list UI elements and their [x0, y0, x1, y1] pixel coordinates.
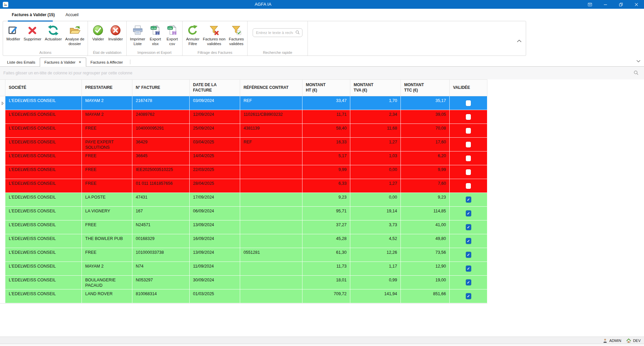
- table-row[interactable]: L'EDELWEISS CONSEILFREE01 011 1161857656…: [0, 179, 487, 193]
- column-header-prestataire[interactable]: PRESTATAIRE: [82, 80, 132, 96]
- validee-checkbox[interactable]: [466, 128, 471, 134]
- column-header-montant-ttc[interactable]: MONTANT TTC (€): [401, 80, 450, 96]
- table-row[interactable]: L'EDELWEISS CONSEILFREEN2457113/09/20243…: [0, 220, 487, 234]
- grid-header-row: SOCIÉTÉPRESTATAIREN° FACTUREDATE DE LA F…: [0, 79, 487, 96]
- validee-checkbox[interactable]: ✓: [466, 293, 471, 299]
- validee-checkbox[interactable]: ✓: [466, 224, 471, 230]
- column-header-date-facture[interactable]: DATE DE LA FACTURE: [190, 80, 240, 96]
- ribbon-button-export-csv[interactable]: CSVExport csv: [164, 23, 181, 47]
- cell-montant-ttc: 70,08: [401, 124, 450, 138]
- cell-reference-contrat: [240, 179, 302, 193]
- document-tab-liste-des-emails[interactable]: Liste des Emails: [3, 58, 40, 66]
- table-row[interactable]: L'EDELWEISS CONSEILFREEIEE20250035102252…: [0, 165, 487, 179]
- cell-date-facture: 11/09/2024: [190, 262, 240, 276]
- cell-reference-contrat: [240, 234, 302, 248]
- ribbon-button-delete[interactable]: Supprimer: [22, 23, 43, 43]
- table-row[interactable]: L'EDELWEISS CONSEILMAYAM 22408976212/09/…: [0, 110, 487, 124]
- ribbon-button-export-xlsx[interactable]: XLSXExport xlsx: [147, 23, 164, 47]
- validee-checkbox[interactable]: [466, 100, 471, 106]
- cell-societe: L'EDELWEISS CONSEIL: [5, 220, 82, 234]
- cell-societe: L'EDELWEISS CONSEIL: [5, 151, 82, 165]
- row-indicator: [0, 289, 5, 303]
- table-row[interactable]: L'EDELWEISS CONSEILMAYAM 2216747803/09/2…: [0, 96, 487, 110]
- ribbon-button-filter-valid[interactable]: Factures validées: [227, 23, 246, 47]
- validee-checkbox[interactable]: [466, 142, 471, 147]
- cell-prestataire: FREE: [82, 248, 132, 262]
- table-row[interactable]: L'EDELWEISS CONSEILMAYAM 2N7411/09/20241…: [0, 262, 487, 276]
- column-header-montant-ht[interactable]: MONTANT HT (€): [302, 80, 350, 96]
- ribbon-button-undo-filter[interactable]: Annuler Filtre: [184, 23, 201, 47]
- svg-text:CSV: CSV: [168, 27, 172, 29]
- table-row[interactable]: L'EDELWEISS CONSEILFREE3664514/04/20255,…: [0, 151, 487, 165]
- cell-date-facture: 14/04/2025: [190, 151, 240, 165]
- validee-checkbox[interactable]: [466, 155, 471, 161]
- validee-checkbox[interactable]: [466, 169, 471, 175]
- print-icon: [132, 25, 143, 36]
- close-tab-icon[interactable]: ✕: [78, 61, 81, 64]
- restore-button[interactable]: [613, 0, 629, 9]
- search-icon[interactable]: [295, 30, 300, 35]
- validee-checkbox[interactable]: ✓: [466, 266, 471, 272]
- cell-date-facture: 17/09/2024: [190, 193, 240, 207]
- column-header-reference-contrat[interactable]: RÉFÉRENCE CONTRAT: [240, 80, 302, 96]
- grid-search-button[interactable]: [633, 70, 639, 76]
- validee-checkbox[interactable]: [466, 183, 471, 189]
- cell-prestataire: MAYAM 2: [82, 110, 132, 124]
- ribbon-collapse-button[interactable]: [517, 39, 522, 43]
- ribbon-button-edit[interactable]: Modifier: [5, 23, 22, 43]
- document-tab-factures-a-valider[interactable]: Factures à Valider✕: [40, 58, 86, 67]
- minimize-button[interactable]: [598, 0, 613, 9]
- ribbon-button-folder-analyze[interactable]: Analyse de dossier: [63, 23, 86, 47]
- column-header-societe[interactable]: SOCIÉTÉ: [5, 80, 82, 96]
- cell-montant-ht: 6,33: [302, 179, 350, 193]
- cell-prestataire: LA VIGNERY: [82, 207, 132, 220]
- cell-numero-facture: 2167478: [132, 96, 190, 110]
- table-row[interactable]: L'EDELWEISS CONSEILLA POSTE4743117/09/20…: [0, 193, 487, 207]
- table-row[interactable]: L'EDELWEISS CONSEILBOULANGERIE PACAUDN05…: [0, 276, 487, 289]
- column-header-validee[interactable]: VALIDÉE: [450, 80, 487, 96]
- validee-checkbox[interactable]: ✓: [466, 197, 471, 203]
- cell-montant-ttc: 7,60: [401, 179, 450, 193]
- document-tab-factures-a-affecter[interactable]: Factures à Affecter: [86, 58, 127, 66]
- validee-checkbox[interactable]: ✓: [466, 279, 471, 285]
- cell-validee: [450, 138, 487, 151]
- ribbon-tab-accueil[interactable]: Accueil: [61, 9, 83, 21]
- close-button[interactable]: [629, 0, 644, 9]
- validee-checkbox[interactable]: ✓: [466, 252, 471, 258]
- document-tab-label: Factures à Valider: [44, 60, 75, 64]
- group-by-panel[interactable]: Faites glisser un en-tête de colonne ici…: [0, 67, 644, 79]
- ribbon-tab-factures-a-valider-15[interactable]: Factures à Valider (15): [7, 9, 59, 21]
- column-header-montant-tva[interactable]: MONTANT TVA (€): [350, 80, 401, 96]
- ribbon-button-validate[interactable]: Valider: [90, 23, 106, 43]
- ribbon-button-refresh[interactable]: Actualiser: [43, 23, 64, 43]
- table-row[interactable]: L'EDELWEISS CONSEILTHE BOWLER PUB0016832…: [0, 234, 487, 248]
- table-row[interactable]: L'EDELWEISS CONSEILLA VIGNERY16706/09/20…: [0, 207, 487, 220]
- cell-date-facture: 13/09/2024: [190, 248, 240, 262]
- column-header-numero-facture[interactable]: N° FACTURE: [132, 80, 190, 96]
- cell-numero-facture: 47431: [132, 193, 190, 207]
- chevron-down-icon[interactable]: [636, 60, 641, 63]
- validee-checkbox[interactable]: ✓: [466, 210, 471, 216]
- status-env-item: DEV: [626, 338, 641, 343]
- cell-reference-contrat: REF: [240, 138, 302, 151]
- validee-checkbox[interactable]: ✓: [466, 238, 471, 244]
- table-row[interactable]: L'EDELWEISS CONSEILFREE10100003373813/09…: [0, 248, 487, 262]
- ribbon-options-button[interactable]: [582, 0, 598, 9]
- cell-montant-ttc: 19,00: [401, 276, 450, 289]
- ribbon-group-actions: ModifierSupprimerActualiserAnalyse de do…: [3, 21, 88, 56]
- table-row[interactable]: L'EDELWEISS CONSEILPAYE EXPERT SOLUTIONS…: [0, 138, 487, 151]
- ribbon-button-invalidate[interactable]: Invalider: [106, 23, 124, 43]
- row-indicator: [0, 96, 5, 110]
- ribbon-button-filter-invalid[interactable]: Factures non validées: [201, 23, 227, 47]
- cell-societe: L'EDELWEISS CONSEIL: [5, 248, 82, 262]
- table-row[interactable]: L'EDELWEISS CONSEILLAND ROVER81006831401…: [0, 289, 487, 303]
- table-row[interactable]: L'EDELWEISS CONSEILFREE10400009529125/09…: [0, 124, 487, 138]
- cell-numero-facture: N24571: [132, 220, 190, 234]
- validee-checkbox[interactable]: [466, 114, 471, 120]
- ribbon-button-print[interactable]: Imprimer Liste: [128, 23, 147, 47]
- cell-prestataire: LAND ROVER: [82, 289, 132, 303]
- cell-montant-ttc: 17,60: [401, 138, 450, 151]
- cell-date-facture: 03/09/2024: [190, 96, 240, 110]
- cell-montant-tva: 3,73: [350, 220, 401, 234]
- cell-numero-facture: 00168329: [132, 234, 190, 248]
